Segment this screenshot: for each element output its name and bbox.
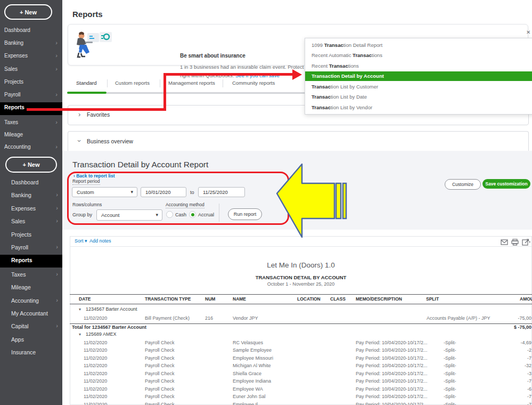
cell-name: Shiella Grace (233, 371, 261, 376)
sidebar-item-payroll[interactable]: Payroll› (0, 242, 62, 254)
menu-item-1099-transaction-detail[interactable]: 1099 Transaction Detail Report (305, 40, 532, 50)
sidebar-item-reports[interactable]: Reports (0, 255, 62, 268)
cell-split: -Split- (444, 378, 456, 384)
menu-item-recent-automatic-transactions[interactable]: Recent Automatic Transactions (305, 50, 532, 60)
sidebar-item-dashboard[interactable]: Dashboard (0, 25, 62, 37)
sidebar-item-sales[interactable]: Sales› (0, 64, 62, 76)
sidebar-item-my-accountant[interactable]: My Accountant (0, 308, 62, 320)
table-row: 11/02/2020 Payroll Check Employee Indian… (0, 378, 532, 386)
account-section-row: ▾ 1234567 Barter Account (0, 306, 532, 314)
annotation-red-line (27, 108, 166, 111)
chevron-right-icon: › (55, 143, 58, 150)
close-icon[interactable]: ✕ (526, 29, 530, 35)
tab-custom-reports[interactable]: Custom reports (115, 80, 150, 86)
sidebar-item-apps[interactable]: Apps (0, 334, 62, 346)
report-search-dropdown: 1099 Transaction Detail Report Recent Au… (305, 38, 532, 115)
sidebar-item-projects[interactable]: Projects (0, 77, 62, 88)
col-transaction-type[interactable]: TRANSACTION TYPE (145, 296, 191, 302)
chevron-right-icon: › (55, 119, 58, 125)
tab-divider (107, 79, 108, 87)
collapse-triangle-icon[interactable]: ▾ (79, 332, 81, 337)
menu-item-transaction-list-by-date[interactable]: Transaction List by Date (305, 92, 532, 102)
add-notes-link[interactable]: Add notes (89, 238, 111, 244)
printer-icon[interactable] (511, 239, 519, 246)
cell-amount: -6 (527, 386, 531, 392)
table-row: 11/02/2020 Payroll Check Shiella Grace P… (0, 371, 532, 378)
cell-name: Euner John Sal (233, 394, 266, 399)
cell-transaction-type: Payroll Check (145, 371, 175, 376)
col-location[interactable]: LOCATION (297, 296, 321, 302)
cell-name: Employee WA (233, 386, 263, 392)
tab-community-reports[interactable]: Community reports (232, 80, 275, 86)
cell-amount: -2 (527, 347, 531, 353)
collapse-triangle-icon[interactable]: ▾ (79, 307, 81, 312)
sidebar-item-payroll[interactable]: Payroll› (0, 90, 62, 101)
customize-button[interactable]: Customize (445, 179, 481, 190)
table-row: 11/02/2020 Payroll Check Employee Missou… (0, 355, 532, 363)
cell-date: 11/02/2020 (84, 315, 107, 321)
screenshot-stage: Reports Be smart about insurance 1 in 3 … (0, 0, 532, 405)
col-num[interactable]: NUM (205, 296, 215, 302)
sidebar-item-insurance[interactable]: Insurance (0, 347, 62, 359)
email-icon[interactable] (501, 239, 508, 246)
sidebar-item-banking[interactable]: Banking› (0, 38, 62, 50)
tab-management-reports[interactable]: Management reports (168, 80, 215, 86)
cell-date: 11/02/2020 (84, 371, 107, 376)
cell-amount: $ -75,00 (514, 325, 531, 330)
caret-down-icon: ▾ (85, 238, 87, 244)
chevron-right-icon: › (55, 39, 58, 46)
report-heading: TRANSACTION DETAIL BY ACCOUNT (70, 274, 532, 280)
page-title: Reports (72, 10, 103, 19)
table-row: 11/02/2020 Payroll Check Sample Employee… (0, 347, 532, 355)
sidebar-item-taxes[interactable]: Taxes› (0, 269, 62, 281)
sidebar-item-taxes[interactable]: Taxes› (0, 117, 62, 129)
sidebar-item-capital[interactable]: Capital› (0, 321, 62, 333)
sidebar-item-mileage[interactable]: Mileage (0, 129, 62, 141)
sidebar-item-dashboard[interactable]: Dashboard (0, 177, 62, 189)
sidebar-item-accounting[interactable]: Accounting› (0, 295, 62, 307)
cell-transaction-type: Bill Payment (Check) (145, 315, 190, 321)
menu-item-transaction-list-by-vendor[interactable]: Transaction List by Vendor (305, 102, 532, 112)
sidebar-item-banking[interactable]: Banking› (0, 190, 62, 201)
cell-date: 11/02/2020 (84, 340, 107, 345)
col-memo-description[interactable]: MEMO/DESCRIPTION (356, 296, 402, 302)
cell-memo: Pay Period: 10/04/2020-10/17/2... (356, 347, 428, 353)
col-amount[interactable]: AMOUNT (520, 296, 532, 302)
menu-item-recent-transactions[interactable]: Recent Transactions (305, 61, 532, 71)
menu-item-transaction-list-by-customer[interactable]: Transaction List by Customer (305, 82, 532, 92)
sidebar-item-expenses[interactable]: Expenses› (0, 203, 62, 215)
sidebar-item-projects[interactable]: Projects (0, 229, 62, 241)
sidebar-item-mileage[interactable]: Mileage (0, 282, 62, 294)
cell-amount: -3 (527, 371, 531, 376)
cell-transaction-type: Payroll Check (145, 386, 175, 392)
sidebar-item-expenses[interactable]: Expenses› (0, 51, 62, 62)
chevron-right-icon: › (56, 217, 58, 224)
new-button[interactable]: + New (5, 157, 57, 173)
col-date[interactable]: DATE (79, 296, 91, 302)
cell-name: Michigan Al White (233, 363, 271, 368)
chevron-right-icon: › (78, 110, 80, 118)
export-icon[interactable] (522, 239, 530, 246)
col-class[interactable]: CLASS (330, 296, 346, 302)
cell-amount: -7 (527, 355, 531, 361)
sidebar-item-sales[interactable]: Sales› (0, 216, 62, 228)
cell-date: 11/02/2020 (84, 402, 107, 405)
table-border (70, 323, 532, 324)
tab-standard[interactable]: Standard (76, 80, 97, 86)
save-customization-button[interactable]: Save customization (482, 179, 530, 189)
tab-divider (160, 79, 160, 87)
chevron-right-icon: › (56, 205, 58, 211)
sort-control[interactable]: Sort ▾ (75, 238, 87, 244)
annotation-yellow-arrow (275, 162, 349, 241)
business-overview-section[interactable]: › Business overview (68, 131, 529, 151)
cell-amount: -4,69 (520, 340, 531, 345)
new-button[interactable]: + New (4, 4, 52, 20)
cell-split: -Split- (444, 340, 456, 345)
total-row: Total for 1234567 Barter Account $ -75,0… (0, 325, 532, 332)
col-split[interactable]: SPLIT (426, 296, 439, 302)
menu-item-transaction-detail-by-account[interactable]: Transaction Detail by Account (305, 71, 532, 81)
col-name[interactable]: NAME (233, 296, 246, 302)
business-overview-label: Business overview (87, 138, 133, 144)
cell-num: 216 (205, 315, 213, 321)
table-row: 11/02/2020 Payroll Check Michigan Al Whi… (0, 363, 532, 370)
